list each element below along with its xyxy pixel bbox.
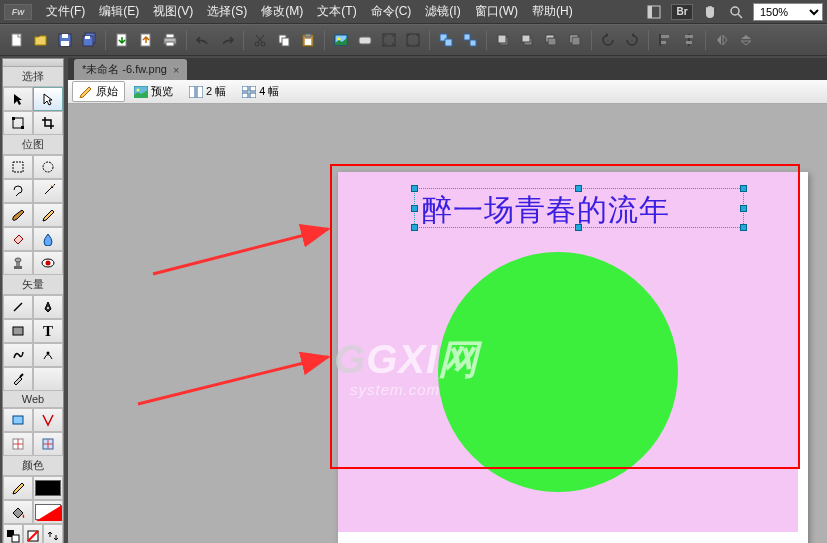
stamp-tool[interactable] [3,251,33,275]
save-icon[interactable] [54,29,76,51]
menu-filters[interactable]: 滤镜(I) [419,1,466,22]
menu-text[interactable]: 文本(T) [311,1,362,22]
stroke-color-swatch[interactable] [33,476,63,500]
pencil-tool[interactable] [33,203,63,227]
artboard: 醉一场青春的流年 [338,172,808,543]
menu-help[interactable]: 帮助(H) [526,1,579,22]
svg-rect-75 [242,86,248,91]
send-backward-icon[interactable] [540,29,562,51]
crop-tool[interactable] [33,111,63,135]
annotation-arrow-2 [133,349,338,409]
save-all-icon[interactable] [78,29,100,51]
view-preview-button[interactable]: 预览 [127,81,180,102]
menu-view[interactable]: 视图(V) [147,1,199,22]
rectangle-tool[interactable] [3,319,33,343]
align-center-icon[interactable] [678,29,700,51]
ungroup-icon[interactable] [459,29,481,51]
pink-rectangle[interactable]: 醉一场青春的流年 [338,172,798,532]
layout-icon[interactable] [645,3,663,21]
fit-canvas-icon[interactable] [378,29,400,51]
redeye-tool[interactable] [33,251,63,275]
send-back-icon[interactable] [564,29,586,51]
text-tool[interactable]: T [33,319,63,343]
knife-tool[interactable] [3,367,33,391]
view-4up-button[interactable]: 4 幅 [235,81,286,102]
wand-tool[interactable] [33,179,63,203]
svg-rect-19 [282,38,289,46]
menu-file[interactable]: 文件(F) [40,1,91,22]
scale-tool[interactable] [3,111,33,135]
svg-rect-22 [305,39,311,45]
subselection-tool[interactable] [33,87,63,111]
view-original-label: 原始 [96,84,118,99]
rotate-right-icon[interactable] [621,29,643,51]
show-slices-icon[interactable] [33,432,63,456]
cut-icon[interactable] [249,29,271,51]
view-original-button[interactable]: 原始 [72,81,125,102]
pointer-tool[interactable] [3,87,33,111]
rotate-left-icon[interactable] [597,29,619,51]
blur-tool[interactable] [33,227,63,251]
brush-tool[interactable] [3,203,33,227]
svg-point-57 [47,307,49,309]
slice-tool[interactable] [33,408,63,432]
flip-h-icon[interactable] [711,29,733,51]
hotspot-tool[interactable] [3,408,33,432]
menu-commands[interactable]: 命令(C) [365,1,418,22]
import-icon[interactable] [111,29,133,51]
swap-colors-icon[interactable] [43,524,63,543]
svg-point-16 [255,42,259,46]
oval-marquee-tool[interactable] [33,155,63,179]
main-toolbar [0,24,827,56]
svg-rect-73 [189,86,195,98]
menu-edit[interactable]: 编辑(E) [93,1,145,22]
stroke-color-icon[interactable] [3,476,33,500]
split2-icon [189,86,203,98]
svg-point-50 [43,162,53,172]
new-file-icon[interactable] [6,29,28,51]
redo-icon[interactable] [216,29,238,51]
eraser-tool[interactable] [3,227,33,251]
align-left-icon[interactable] [654,29,676,51]
trim-canvas-icon[interactable] [402,29,424,51]
hide-slices-icon[interactable] [3,432,33,456]
new-button-icon[interactable] [354,29,376,51]
freeform-tool[interactable] [3,343,33,367]
hand-icon[interactable] [701,3,719,21]
export-icon[interactable] [135,29,157,51]
search-icon[interactable] [727,3,745,21]
fill-color-swatch[interactable] [33,500,63,524]
document-tab[interactable]: *未命名 -6.fw.png × [74,59,187,80]
green-circle[interactable] [438,252,678,492]
menu-select[interactable]: 选择(S) [201,1,253,22]
svg-rect-74 [197,86,203,98]
group-icon[interactable] [435,29,457,51]
paste-icon[interactable] [297,29,319,51]
reshape-tool[interactable] [33,343,63,367]
bring-front-icon[interactable] [492,29,514,51]
canvas[interactable]: 醉一场青春的流年 GGXI网 system.com [68,104,827,543]
menu-modify[interactable]: 修改(M) [255,1,309,22]
bring-forward-icon[interactable] [516,29,538,51]
undo-icon[interactable] [192,29,214,51]
svg-line-3 [738,14,742,18]
svg-rect-30 [464,34,470,40]
line-tool[interactable] [3,295,33,319]
default-colors-icon[interactable] [3,524,23,543]
zoom-select[interactable]: 150% [753,3,823,21]
view-2up-button[interactable]: 2 幅 [182,81,233,102]
menu-window[interactable]: 窗口(W) [469,1,524,22]
no-color-icon[interactable] [23,524,43,543]
marquee-tool[interactable] [3,155,33,179]
open-icon[interactable] [30,29,52,51]
lasso-tool[interactable] [3,179,33,203]
bridge-icon[interactable]: Br [671,4,693,20]
fill-color-icon[interactable] [3,500,33,524]
close-icon[interactable]: × [173,64,179,76]
path-scrubber-tool[interactable] [33,367,63,391]
flip-v-icon[interactable] [735,29,757,51]
pen-tool[interactable] [33,295,63,319]
copy-icon[interactable] [273,29,295,51]
new-bitmap-icon[interactable] [330,29,352,51]
print-icon[interactable] [159,29,181,51]
